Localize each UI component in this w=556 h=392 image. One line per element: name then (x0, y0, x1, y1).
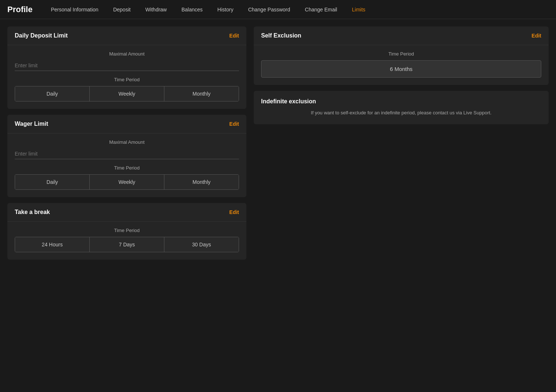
nav-item-balances[interactable]: Balances (174, 1, 210, 18)
indefinite-exclusion-description: If you want to self-exclude for an indef… (261, 109, 541, 117)
wager-limit-header: Wager Limit Edit (7, 115, 246, 133)
self-exclusion-edit-button[interactable]: Edit (532, 33, 541, 39)
wager-limit-period-label: Time Period (15, 165, 239, 171)
daily-deposit-amount-label: Maximal Amount (15, 51, 239, 57)
daily-deposit-body: Maximal Amount Time Period Daily Weekly … (7, 45, 246, 109)
nav-item-withdraw[interactable]: Withdraw (138, 1, 174, 18)
nav-item-personal-information[interactable]: Personal Information (43, 1, 106, 18)
indefinite-exclusion-card: Indefinite exclusion If you want to self… (254, 91, 549, 124)
wager-limit-period-monthly[interactable]: Monthly (164, 175, 239, 189)
nav-items: Personal Information Deposit Withdraw Ba… (43, 1, 373, 18)
take-a-break-title: Take a break (15, 209, 50, 215)
daily-deposit-card: Daily Deposit Limit Edit Maximal Amount … (7, 26, 246, 109)
take-a-break-period-buttons: 24 Hours 7 Days 30 Days (15, 237, 239, 252)
wager-limit-body: Maximal Amount Time Period Daily Weekly … (7, 133, 246, 197)
nav-item-change-password[interactable]: Change Password (241, 1, 297, 18)
take-a-break-edit-button[interactable]: Edit (229, 209, 239, 215)
wager-limit-title: Wager Limit (15, 121, 48, 127)
wager-limit-edit-button[interactable]: Edit (229, 121, 239, 127)
daily-deposit-amount-input[interactable] (15, 60, 239, 71)
wager-limit-amount-section: Maximal Amount (15, 139, 239, 159)
self-exclusion-title: Self Exclusion (261, 32, 301, 39)
daily-deposit-period-section: Time Period Daily Weekly Monthly (15, 77, 239, 101)
wager-limit-period-daily[interactable]: Daily (15, 175, 90, 189)
nav-item-deposit[interactable]: Deposit (106, 1, 138, 18)
indefinite-exclusion-title: Indefinite exclusion (261, 98, 541, 105)
take-a-break-header: Take a break Edit (7, 203, 246, 222)
navbar: Profile Personal Information Deposit Wit… (0, 0, 556, 19)
brand: Profile (7, 5, 32, 14)
self-exclusion-selected-period[interactable]: 6 Months (261, 60, 541, 78)
main-content: Daily Deposit Limit Edit Maximal Amount … (0, 19, 556, 267)
nav-item-history[interactable]: History (210, 1, 241, 18)
daily-deposit-edit-button[interactable]: Edit (229, 33, 239, 39)
left-column: Daily Deposit Limit Edit Maximal Amount … (7, 26, 246, 260)
daily-deposit-period-monthly[interactable]: Monthly (164, 86, 239, 101)
take-a-break-period-24h[interactable]: 24 Hours (15, 237, 90, 252)
take-a-break-period-label: Time Period (15, 228, 239, 233)
wager-limit-amount-input[interactable] (15, 149, 239, 159)
take-a-break-body: Time Period 24 Hours 7 Days 30 Days (7, 222, 246, 260)
daily-deposit-period-buttons: Daily Weekly Monthly (15, 86, 239, 101)
daily-deposit-period-daily[interactable]: Daily (15, 86, 90, 101)
take-a-break-period-section: Time Period 24 Hours 7 Days 30 Days (15, 228, 239, 252)
daily-deposit-period-label: Time Period (15, 77, 239, 82)
take-a-break-period-7days[interactable]: 7 Days (90, 237, 164, 252)
daily-deposit-period-weekly[interactable]: Weekly (90, 86, 164, 101)
daily-deposit-header: Daily Deposit Limit Edit (7, 26, 246, 45)
nav-item-limits[interactable]: Limits (345, 1, 373, 18)
wager-limit-period-buttons: Daily Weekly Monthly (15, 174, 239, 190)
daily-deposit-title: Daily Deposit Limit (15, 32, 68, 39)
wager-limit-amount-label: Maximal Amount (15, 139, 239, 145)
self-exclusion-card: Self Exclusion Edit Time Period 6 Months (254, 26, 549, 85)
right-column: Self Exclusion Edit Time Period 6 Months… (254, 26, 549, 124)
wager-limit-period-section: Time Period Daily Weekly Monthly (15, 165, 239, 190)
take-a-break-card: Take a break Edit Time Period 24 Hours 7… (7, 203, 246, 260)
self-exclusion-header: Self Exclusion Edit (254, 26, 549, 45)
take-a-break-period-30days[interactable]: 30 Days (164, 237, 239, 252)
self-exclusion-body: Time Period 6 Months (254, 45, 549, 85)
nav-item-change-email[interactable]: Change Email (297, 1, 345, 18)
self-exclusion-select-wrapper: 6 Months (261, 60, 541, 78)
daily-deposit-amount-section: Maximal Amount (15, 51, 239, 71)
wager-limit-card: Wager Limit Edit Maximal Amount Time Per… (7, 115, 246, 197)
wager-limit-period-weekly[interactable]: Weekly (90, 175, 164, 189)
self-exclusion-period-label: Time Period (261, 51, 541, 57)
